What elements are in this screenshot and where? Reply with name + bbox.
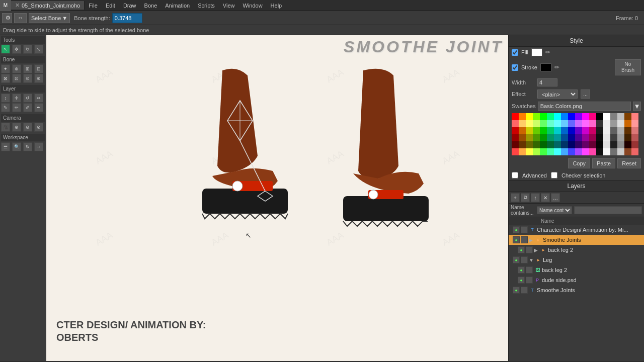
expand-arrow-1[interactable]: ▶ [529, 237, 534, 243]
effect-dropdown[interactable]: <plain> [537, 89, 578, 99]
swatch-cell-1-14[interactable] [610, 120, 617, 127]
no-brush-button[interactable]: NoBrush [615, 59, 641, 75]
swatch-cell-0-11[interactable] [589, 113, 596, 120]
swatch-cell-4-6[interactable] [554, 141, 561, 148]
swatch-cell-0-12[interactable] [596, 113, 603, 120]
layer-vis-6[interactable]: ● [513, 287, 520, 294]
swatch-cell-2-8[interactable] [568, 127, 575, 134]
swatch-cell-3-6[interactable] [554, 134, 561, 141]
advanced-checkbox[interactable] [512, 172, 518, 178]
swatch-cell-3-12[interactable] [596, 134, 603, 141]
swatch-cell-0-0[interactable] [512, 113, 519, 120]
swatch-cell-2-10[interactable] [582, 127, 589, 134]
swatch-cell-3-14[interactable] [610, 134, 617, 141]
swatch-cell-5-16[interactable] [624, 148, 631, 155]
swatch-cell-2-3[interactable] [533, 127, 540, 134]
swatch-cell-5-13[interactable] [603, 148, 610, 155]
layer-vis-4[interactable]: ● [518, 266, 525, 274]
swatch-cell-2-13[interactable] [603, 127, 610, 134]
swatch-cell-2-9[interactable] [575, 127, 582, 134]
swatch-cell-2-14[interactable] [610, 127, 617, 134]
swatch-cell-3-16[interactable] [624, 134, 631, 141]
bone-tool-7[interactable]: ⊙ [23, 74, 32, 83]
layer-add-btn[interactable]: + [511, 193, 520, 202]
swatch-cell-1-8[interactable] [568, 120, 575, 127]
swatch-cell-0-3[interactable] [533, 113, 540, 120]
swatch-cell-4-15[interactable] [617, 141, 624, 148]
camera-tool-3[interactable]: ⊖ [23, 123, 32, 132]
select-bone-dropdown[interactable]: Select Bone ▼ [29, 13, 70, 23]
layer-vis-3[interactable]: ● [513, 256, 520, 263]
swatch-cell-0-13[interactable] [603, 113, 610, 120]
swatch-cell-1-10[interactable] [582, 120, 589, 127]
swatch-cell-1-7[interactable] [561, 120, 568, 127]
swatch-cell-4-1[interactable] [519, 141, 526, 148]
swatch-cell-3-3[interactable] [533, 134, 540, 141]
swatch-cell-1-11[interactable] [589, 120, 596, 127]
swatch-cell-1-4[interactable] [540, 120, 547, 127]
swatch-cell-4-3[interactable] [533, 141, 540, 148]
ws-tool-3[interactable]: ↻ [23, 142, 32, 151]
layer-row-3[interactable]: ●▼▸Leg [509, 255, 644, 265]
swatch-cell-0-4[interactable] [540, 113, 547, 120]
move-btn[interactable]: ↔ [14, 13, 27, 23]
checker-checkbox[interactable] [551, 172, 557, 178]
layer-tool-3[interactable]: ↺ [23, 94, 32, 103]
fill-checkbox[interactable] [512, 49, 518, 56]
bone-tool-5[interactable]: ⊠ [1, 74, 10, 83]
swatch-cell-1-12[interactable] [596, 120, 603, 127]
layer-vis-5[interactable]: ● [518, 277, 525, 284]
swatch-cell-2-11[interactable] [589, 127, 596, 134]
swatch-cell-0-15[interactable] [617, 113, 624, 120]
menu-scripts[interactable]: Scripts [194, 2, 219, 10]
ws-tool-1[interactable]: ☰ [1, 142, 10, 151]
layer-row-2[interactable]: ●▶▸back leg 2 [509, 245, 644, 255]
swatches-dropdown-btn[interactable]: ▼ [633, 102, 641, 111]
layer-lock-0[interactable] [521, 226, 528, 233]
canvas-area[interactable]: AAA AAA AAA AAA AAA AAA AAA AAA AAA AAA … [46, 35, 508, 361]
camera-tool-1[interactable]: 🎥 [1, 123, 10, 132]
swatch-cell-4-14[interactable] [610, 141, 617, 148]
swatch-cell-1-3[interactable] [533, 120, 540, 127]
layer-tool-6[interactable]: ✏ [12, 103, 21, 112]
bone-tool-6[interactable]: ⊡ [12, 74, 21, 83]
swatch-cell-3-17[interactable] [631, 134, 638, 141]
swatch-cell-3-7[interactable] [561, 134, 568, 141]
stroke-checkbox[interactable] [512, 64, 518, 71]
bone-tool-2[interactable]: ⊕ [12, 64, 21, 73]
layer-copy-btn[interactable]: ⧉ [521, 193, 530, 202]
swatch-cell-4-2[interactable] [526, 141, 533, 148]
swatch-cell-2-2[interactable] [526, 127, 533, 134]
swatch-cell-5-1[interactable] [519, 148, 526, 155]
swatch-cell-1-16[interactable] [624, 120, 631, 127]
swatch-cell-5-14[interactable] [610, 148, 617, 155]
layer-lock-3[interactable] [521, 256, 528, 263]
swatch-cell-0-6[interactable] [554, 113, 561, 120]
swatches-name-input[interactable] [538, 102, 631, 111]
swatch-cell-5-9[interactable] [575, 148, 582, 155]
layer-vis-2[interactable]: ● [518, 246, 525, 253]
swatch-cell-2-15[interactable] [617, 127, 624, 134]
menu-window[interactable]: Window [238, 2, 266, 10]
swatch-cell-3-10[interactable] [582, 134, 589, 141]
swatch-cell-0-14[interactable] [610, 113, 617, 120]
swatch-cell-4-9[interactable] [575, 141, 582, 148]
swatch-cell-0-2[interactable] [526, 113, 533, 120]
swatch-cell-0-5[interactable] [547, 113, 554, 120]
swatch-cell-0-1[interactable] [519, 113, 526, 120]
swatch-cell-2-4[interactable] [540, 127, 547, 134]
swatch-cell-3-5[interactable] [547, 134, 554, 141]
swatch-cell-2-7[interactable] [561, 127, 568, 134]
stroke-edit-icon[interactable]: ✏ [554, 64, 559, 71]
swatch-cell-5-12[interactable] [596, 148, 603, 155]
swatch-cell-4-17[interactable] [631, 141, 638, 148]
swatch-cell-4-8[interactable] [568, 141, 575, 148]
swatch-cell-5-2[interactable] [526, 148, 533, 155]
swatch-cell-5-7[interactable] [561, 148, 568, 155]
swatch-cell-5-17[interactable] [631, 148, 638, 155]
menu-animation[interactable]: Animation [161, 2, 194, 10]
swatch-cell-1-15[interactable] [617, 120, 624, 127]
menu-help[interactable]: Help [267, 2, 286, 10]
swatch-cell-4-4[interactable] [540, 141, 547, 148]
expand-arrow-2[interactable]: ▶ [534, 247, 539, 253]
